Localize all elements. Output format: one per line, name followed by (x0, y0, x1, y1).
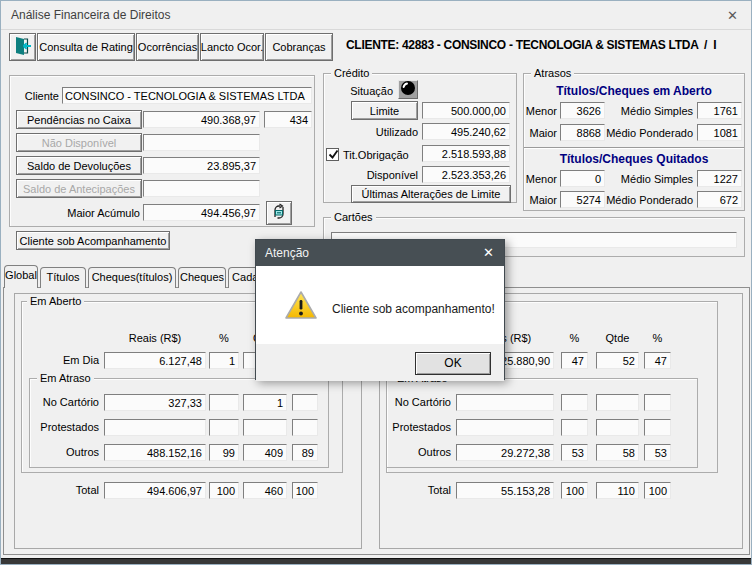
limite-field: 500.000,00 (422, 102, 510, 119)
utilizado-label: Utilizado (332, 126, 418, 139)
no-cartorio-qtde-left: 1 (243, 394, 287, 411)
quitados-medio-simples-label: Médio Simples (608, 173, 693, 186)
em-dia-reais-left: 6.127,48 (104, 352, 206, 369)
quitados-maior-label: Maior (525, 194, 557, 207)
atrasos-group-title: Atrasos (531, 67, 574, 79)
em-dia-pct2-right: 47 (644, 352, 671, 369)
quitados-medio-ponderado-label: Médio Ponderado (599, 194, 693, 207)
limite-button[interactable]: Limite (351, 101, 418, 120)
titulos-cheques-aberto-heading: Títulos/Cheques em Aberto (523, 84, 745, 98)
titulos-cheques-quitados-heading: Títulos/Cheques Quitados (523, 152, 745, 166)
protestados-qtde-left (243, 419, 287, 436)
pendencias-no-caixa-button[interactable]: Pendências no Caixa (16, 110, 142, 129)
exit-button[interactable] (9, 33, 36, 61)
protestados-qtde-right (596, 419, 639, 436)
check-icon (327, 148, 340, 161)
ok-button[interactable]: OK (415, 352, 491, 375)
total-pct2-right: 100 (644, 482, 671, 499)
saldo-antecipacoes-field (143, 180, 260, 197)
exit-door-icon (13, 35, 33, 59)
protestados-pct2-left (292, 419, 318, 436)
tit-obrigacao-field: 2.518.593,88 (422, 145, 510, 162)
window-titlebar: Análise Financeira de Direitos ✕ (1, 1, 751, 30)
aberto-menor-label: Menor (525, 105, 557, 118)
cobrancas-button[interactable]: Cobranças (265, 33, 333, 61)
header-reais-left: Reais (R$) (104, 332, 206, 345)
no-cartorio-reais-left: 327,33 (104, 394, 206, 411)
quitados-menor-label: Menor (525, 173, 557, 186)
dialog-title: Atenção (265, 240, 309, 266)
em-dia-label-left: Em Dia (31, 354, 99, 367)
tab-cheques[interactable]: Cheques (178, 267, 226, 288)
outros-pct2-left: 89 (292, 444, 318, 461)
outros-label-right: Outros (389, 446, 451, 459)
outros-qtde-right: 58 (596, 444, 639, 461)
pendencias-value-field: 490.368,97 (143, 111, 260, 128)
protestados-pct2-right (644, 419, 671, 436)
total-label-left: Total (31, 484, 99, 497)
window-close-icon[interactable]: ✕ (727, 1, 738, 30)
dialog-message: Cliente sob acompanhamento! (332, 302, 495, 316)
total-pct2-left: 100 (292, 482, 318, 499)
black-circle-icon (400, 80, 416, 100)
dialog-close-icon[interactable]: ✕ (483, 240, 494, 266)
header-pct2-right: % (644, 332, 671, 345)
em-dia-pct-left: 1 (209, 352, 239, 369)
ultimas-alteracoes-limite-button[interactable]: Últimas Alterações de Limite (351, 185, 511, 203)
tit-obrigacao-label: Tit.Obrigação (343, 149, 419, 162)
no-cartorio-label-right: No Cartório (389, 396, 451, 409)
tab-titulos[interactable]: Títulos (40, 267, 86, 288)
tab-cheques-titulos[interactable]: Cheques(títulos) (88, 267, 176, 288)
utilizado-field: 495.240,62 (422, 123, 510, 140)
total-qtde-left: 460 (243, 482, 287, 499)
saldo-devolucoes-button[interactable]: Saldo de Devoluções (16, 156, 142, 175)
window-title: Análise Financeira de Direitos (11, 1, 170, 30)
dialog-titlebar[interactable]: Atenção ✕ (256, 240, 504, 266)
em-dia-pct-right: 47 (561, 352, 588, 369)
no-cartorio-qtde-right (596, 394, 639, 411)
credito-group-title: Crédito (331, 67, 372, 79)
total-label-right: Total (387, 484, 451, 497)
situacao-status-led (398, 80, 418, 99)
recalculate-button[interactable] (266, 201, 292, 225)
outros-pct-left: 99 (209, 444, 239, 461)
header-pct-left: % (209, 332, 239, 345)
outros-label-left: Outros (33, 446, 99, 459)
maior-acumulo-label: Maior Acúmulo (41, 207, 140, 220)
maior-acumulo-field: 494.456,97 (143, 204, 260, 221)
no-cartorio-pct2-right (644, 394, 671, 411)
aberto-maior-label: Maior (525, 127, 557, 140)
no-cartorio-reais-right (456, 394, 554, 411)
total-pct-left: 100 (209, 482, 239, 499)
tit-obrigacao-checkbox[interactable] (326, 148, 339, 161)
pendencias-qtde-field: 434 (264, 111, 312, 128)
outros-pct-right: 53 (561, 444, 588, 461)
cliente-field: CONSINCO - TECNOLOGIA & SISTEMAS LTDA (62, 87, 312, 104)
protestados-reais-left (104, 419, 206, 436)
total-reais-left: 494.606,97 (104, 482, 206, 499)
lancto-ocor-button[interactable]: Lancto Ocor. (200, 33, 264, 61)
cliente-sob-acompanhamento-button[interactable]: Cliente sob Acompanhamento (16, 231, 170, 250)
em-atraso-title-left: Em Atraso (37, 372, 94, 384)
refresh-cycle-icon (270, 203, 288, 223)
tab-global[interactable]: Global (4, 265, 38, 288)
protestados-label-right: Protestados (389, 421, 451, 434)
no-cartorio-pct-right (561, 394, 588, 411)
em-aberto-group-title: Em Aberto (27, 295, 84, 307)
outros-reais-right: 29.272,38 (456, 444, 554, 461)
dialog-footer: OK (256, 344, 504, 381)
protestados-pct-right (561, 419, 588, 436)
cliente-label: Cliente (21, 90, 59, 103)
aberto-medio-ponderado-label: Médio Ponderado (599, 127, 693, 140)
consulta-de-rating-button[interactable]: Consulta de Rating (37, 33, 135, 61)
header-qtde-right: Qtde (596, 332, 639, 345)
total-pct-right: 100 (561, 482, 588, 499)
outros-qtde-left: 409 (243, 444, 287, 461)
aberto-medio-simples-field: 1761 (697, 102, 742, 119)
aberto-medio-simples-label: Médio Simples (608, 105, 693, 118)
ocorrencias-button[interactable]: Ocorrências (136, 33, 199, 61)
total-qtde-right: 110 (596, 482, 639, 499)
no-cartorio-pct2-left (292, 394, 318, 411)
no-cartorio-label-left: No Cartório (33, 396, 99, 409)
disponivel-label: Disponível (332, 169, 418, 182)
